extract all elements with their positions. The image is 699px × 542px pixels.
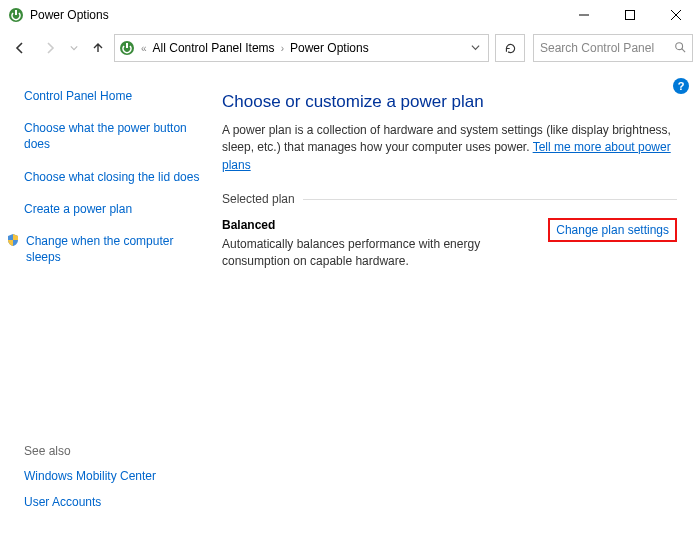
svg-point-8 xyxy=(676,42,683,49)
breadcrumb-power-options[interactable]: Power Options xyxy=(290,41,369,55)
plan-description: Automatically balances performance with … xyxy=(222,236,548,270)
breadcrumb-separator-icon[interactable]: « xyxy=(139,43,149,54)
closing-lid-link[interactable]: Choose what closing the lid does xyxy=(24,169,200,185)
change-plan-settings-link[interactable]: Change plan settings xyxy=(548,218,677,242)
shield-icon xyxy=(6,233,20,247)
change-sleep-label: Change when the computer sleeps xyxy=(26,233,200,265)
see-also-section: See also Windows Mobility Center User Ac… xyxy=(24,444,200,532)
recent-locations-button[interactable] xyxy=(66,34,82,62)
address-dropdown-icon[interactable] xyxy=(467,41,484,55)
change-sleep-link[interactable]: Change when the computer sleeps xyxy=(6,233,200,265)
page-description: A power plan is a collection of hardware… xyxy=(222,122,677,174)
close-button[interactable] xyxy=(653,0,699,30)
power-options-icon xyxy=(119,40,135,56)
title-bar: Power Options xyxy=(0,0,699,30)
selected-plan-label: Selected plan xyxy=(222,192,295,206)
sidebar: Control Panel Home Choose what the power… xyxy=(0,70,210,542)
power-options-icon xyxy=(8,7,24,23)
svg-rect-1 xyxy=(15,10,17,15)
svg-line-9 xyxy=(682,48,685,51)
svg-rect-7 xyxy=(126,43,128,48)
search-placeholder: Search Control Panel xyxy=(540,41,654,55)
see-also-header: See also xyxy=(24,444,200,458)
control-panel-home-link[interactable]: Control Panel Home xyxy=(24,88,200,104)
back-button[interactable] xyxy=(6,34,34,62)
address-bar[interactable]: « All Control Panel Items › Power Option… xyxy=(114,34,489,62)
content-area: Control Panel Home Choose what the power… xyxy=(0,70,699,542)
user-accounts-link[interactable]: User Accounts xyxy=(24,494,200,510)
breadcrumb-chevron-icon[interactable]: › xyxy=(279,43,286,54)
search-icon xyxy=(674,41,686,56)
breadcrumb-all-items[interactable]: All Control Panel Items xyxy=(153,41,275,55)
search-input[interactable]: Search Control Panel xyxy=(533,34,693,62)
power-button-link[interactable]: Choose what the power button does xyxy=(24,120,200,152)
up-button[interactable] xyxy=(84,34,112,62)
divider xyxy=(303,199,677,200)
plan-info: Balanced Automatically balances performa… xyxy=(222,218,548,270)
window-controls xyxy=(561,0,699,30)
navigation-bar: « All Control Panel Items › Power Option… xyxy=(0,30,699,66)
forward-button[interactable] xyxy=(36,34,64,62)
minimize-button[interactable] xyxy=(561,0,607,30)
refresh-button[interactable] xyxy=(495,34,525,62)
window-title: Power Options xyxy=(30,8,561,22)
maximize-button[interactable] xyxy=(607,0,653,30)
svg-rect-3 xyxy=(626,11,635,20)
plan-row: Balanced Automatically balances performa… xyxy=(222,218,677,270)
main-panel: Choose or customize a power plan A power… xyxy=(210,70,699,542)
mobility-center-link[interactable]: Windows Mobility Center xyxy=(24,468,200,484)
plan-name: Balanced xyxy=(222,218,548,232)
selected-plan-section: Selected plan xyxy=(222,192,677,206)
page-heading: Choose or customize a power plan xyxy=(222,92,677,112)
create-power-plan-link[interactable]: Create a power plan xyxy=(24,201,200,217)
